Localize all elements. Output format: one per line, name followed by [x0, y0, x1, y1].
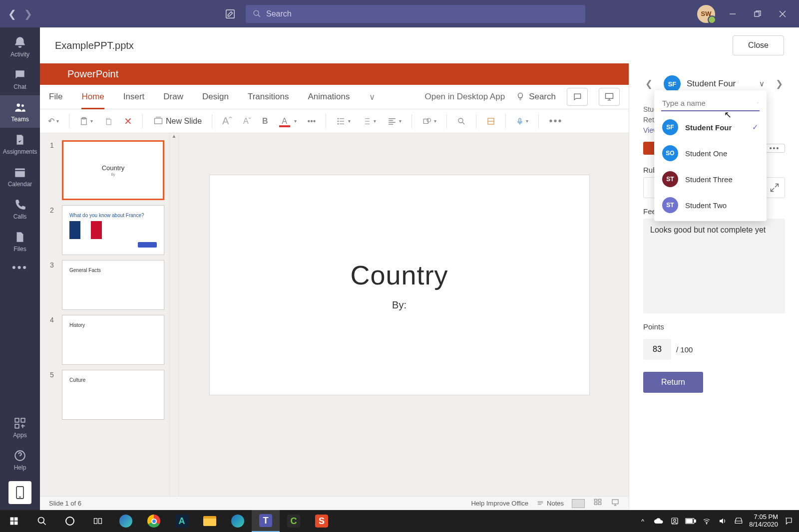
- user-avatar[interactable]: SW: [697, 5, 715, 23]
- taskbar-clock[interactable]: 7:05 PM 8/14/2020: [749, 514, 778, 529]
- tray-volume-icon[interactable]: [717, 517, 728, 526]
- tab-transitions[interactable]: Transitions: [248, 85, 289, 109]
- window-minimize-button[interactable]: [720, 4, 745, 23]
- font-grow-button[interactable]: Aˆ: [219, 113, 235, 129]
- find-button[interactable]: [454, 115, 469, 128]
- thumbnail-2[interactable]: What do you know about France?: [62, 205, 164, 255]
- bullets-button[interactable]: ▾: [333, 115, 354, 128]
- window-close-button[interactable]: [770, 4, 795, 23]
- task-view-icon[interactable]: [84, 510, 112, 532]
- taskbar-search-icon[interactable]: [28, 510, 56, 532]
- rail-apps[interactable]: Apps: [0, 411, 40, 444]
- cortana-icon[interactable]: [56, 510, 84, 532]
- slide-canvas[interactable]: Country By:: [210, 175, 589, 395]
- prev-student-button[interactable]: ❮: [643, 76, 655, 91]
- font-shrink-button[interactable]: Aˇ: [240, 115, 254, 128]
- taskbar-app-teams[interactable]: T: [252, 510, 280, 532]
- svg-rect-11: [606, 93, 613, 98]
- font-color-button[interactable]: A▾: [276, 115, 300, 128]
- rail-calendar[interactable]: Calendar: [0, 160, 40, 193]
- attachment-more-button[interactable]: •••: [764, 144, 785, 153]
- thumbnail-1[interactable]: Country By: [62, 140, 164, 200]
- return-button[interactable]: Return: [643, 372, 703, 393]
- sorter-view-icon[interactable]: [593, 499, 603, 508]
- search-input[interactable]: Search: [246, 5, 585, 23]
- app-rail: Activity Chat Teams Assignments Calendar…: [0, 27, 40, 510]
- tab-insert[interactable]: Insert: [123, 85, 145, 109]
- toolbar-overflow-icon[interactable]: •••: [546, 113, 565, 129]
- tab-animations[interactable]: Animations: [308, 85, 350, 109]
- numbering-button[interactable]: ▾: [359, 115, 379, 128]
- font-more-icon[interactable]: •••: [305, 115, 319, 128]
- tab-home[interactable]: Home: [81, 85, 104, 109]
- taskbar-app-edge2[interactable]: [224, 510, 252, 532]
- compose-icon[interactable]: [221, 4, 240, 23]
- slideshow-view-icon[interactable]: [611, 499, 620, 508]
- tab-file[interactable]: File: [49, 85, 62, 109]
- tray-people-icon[interactable]: [669, 517, 680, 526]
- taskbar-app-edge[interactable]: [112, 510, 140, 532]
- tab-design[interactable]: Design: [202, 85, 229, 109]
- shapes-button[interactable]: ▾: [419, 115, 439, 128]
- open-in-desktop-link[interactable]: Open in Desktop App: [424, 92, 505, 102]
- rail-files[interactable]: Files: [0, 225, 40, 258]
- dictate-button[interactable]: ▾: [513, 114, 531, 128]
- student-option-four[interactable]: SF Student Four ✓: [654, 114, 767, 140]
- paste-button[interactable]: ▾: [76, 114, 96, 128]
- present-button[interactable]: [599, 88, 620, 106]
- align-button[interactable]: ▾: [384, 115, 404, 128]
- tell-me-search[interactable]: Search: [516, 92, 556, 102]
- tray-onedrive-icon[interactable]: [653, 518, 664, 525]
- student-option-two[interactable]: ST Student Two: [654, 192, 767, 218]
- student-option-three[interactable]: ST Student Three: [654, 166, 767, 192]
- rail-chat[interactable]: Chat: [0, 63, 40, 95]
- svg-point-17: [338, 121, 339, 122]
- nav-forward-button[interactable]: ❯: [20, 6, 36, 22]
- rail-assignments[interactable]: Assignments: [0, 128, 40, 160]
- tab-draw[interactable]: Draw: [163, 85, 183, 109]
- rail-help[interactable]: Help: [0, 444, 40, 476]
- rail-more[interactable]: •••: [0, 258, 40, 277]
- rail-teams[interactable]: Teams: [0, 95, 40, 128]
- new-slide-button[interactable]: New Slide: [150, 114, 205, 128]
- svg-point-16: [338, 118, 339, 119]
- copy-button[interactable]: [101, 115, 116, 128]
- taskbar-app-camtasia[interactable]: C: [280, 510, 308, 532]
- rail-calls[interactable]: Calls: [0, 193, 40, 225]
- student-option-one[interactable]: SO Student One: [654, 140, 767, 166]
- thumbnail-4[interactable]: History: [62, 315, 164, 365]
- comments-button[interactable]: [567, 88, 588, 106]
- tray-wifi-icon[interactable]: [701, 517, 712, 525]
- student-search-input[interactable]: [661, 95, 760, 111]
- tray-battery-icon[interactable]: [685, 518, 696, 524]
- rail-device-button[interactable]: [8, 481, 31, 504]
- taskbar-app-snagit[interactable]: S: [308, 510, 336, 532]
- tray-notifications-icon[interactable]: [783, 517, 794, 526]
- window-maximize-button[interactable]: [745, 4, 770, 23]
- points-input[interactable]: [643, 339, 671, 360]
- thumbnail-5[interactable]: Culture: [62, 370, 164, 420]
- thumbnail-3[interactable]: General Facts: [62, 260, 164, 310]
- taskbar-app-explorer[interactable]: [196, 510, 224, 532]
- svg-rect-32: [10, 522, 14, 525]
- help-improve-link[interactable]: Help Improve Office: [471, 500, 528, 507]
- notes-toggle[interactable]: Notes: [536, 500, 564, 507]
- normal-view-icon[interactable]: [572, 499, 585, 508]
- cut-button[interactable]: ✕: [121, 113, 135, 129]
- nav-back-button[interactable]: ❮: [4, 6, 20, 22]
- close-button[interactable]: Close: [733, 35, 784, 55]
- start-button[interactable]: [0, 510, 28, 532]
- taskbar-app-chrome[interactable]: [140, 510, 168, 532]
- feedback-textarea[interactable]: [643, 219, 785, 313]
- expand-icon[interactable]: [770, 183, 780, 193]
- tray-devices-icon[interactable]: [733, 517, 744, 526]
- bold-button[interactable]: B: [259, 115, 271, 128]
- tab-more[interactable]: ∨: [369, 85, 375, 109]
- tray-chevron-icon[interactable]: ^: [637, 518, 648, 525]
- rail-activity[interactable]: Activity: [0, 30, 40, 63]
- taskbar-app-generic-a[interactable]: A: [168, 510, 196, 532]
- designer-button[interactable]: [483, 115, 498, 128]
- svg-point-20: [427, 118, 431, 122]
- undo-button[interactable]: ↶▾: [45, 114, 62, 128]
- next-student-button[interactable]: ❯: [774, 76, 785, 91]
